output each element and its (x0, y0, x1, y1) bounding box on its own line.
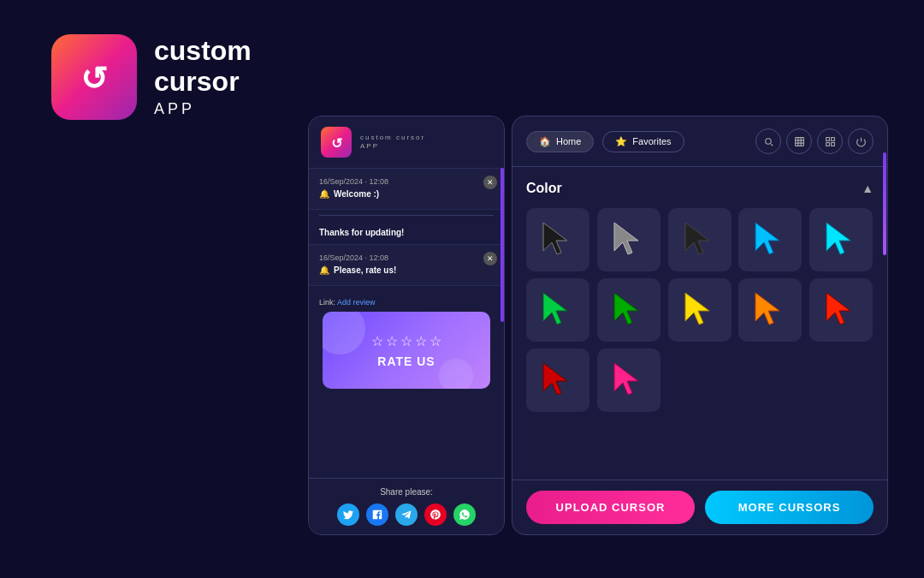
power-tool-btn[interactable] (848, 128, 874, 154)
notif1-bell: 🔔 (319, 189, 329, 199)
notif2-close[interactable]: ✕ (483, 252, 497, 265)
section-header: Color ▲ (526, 181, 874, 196)
svg-rect-8 (826, 137, 829, 140)
divider1 (319, 215, 494, 216)
svg-marker-21 (755, 293, 779, 325)
section-collapse-btn[interactable]: ▲ (862, 182, 874, 195)
twitter-share-icon[interactable] (337, 504, 359, 526)
svg-marker-15 (685, 223, 709, 254)
notif1-title: 🔔 Welcome :) (319, 189, 494, 199)
upload-cursor-button[interactable]: UPLOAD CURSOR (526, 491, 695, 524)
home-nav-btn[interactable]: 🏠 Home (526, 131, 594, 152)
svg-marker-17 (826, 223, 850, 254)
svg-text:↺: ↺ (80, 61, 108, 97)
share-label: Share please: (319, 487, 494, 497)
svg-marker-12 (543, 223, 567, 254)
facebook-share-icon[interactable] (366, 504, 388, 526)
cursor-cell-blue[interactable] (738, 208, 802, 271)
cursor-cell-dark-red[interactable] (526, 349, 589, 412)
notif1-close[interactable]: ✕ (483, 176, 497, 189)
svg-rect-10 (826, 142, 829, 146)
cursor-cell-orange[interactable] (738, 278, 802, 342)
phone-app-name: custom cursor APP (360, 134, 425, 150)
svg-marker-20 (685, 293, 709, 325)
section-title: Color (526, 181, 562, 196)
notification-card-2: 16/Sep/2024 · 12:08 🔔 Please, rate us! ✕ (309, 245, 504, 286)
search-tool-btn[interactable] (755, 128, 781, 154)
cursor-cell-red[interactable] (809, 278, 873, 342)
cursor-cell-dark[interactable] (668, 208, 732, 271)
share-icons (319, 504, 494, 526)
svg-marker-24 (614, 363, 638, 395)
cursor-cell-pink[interactable] (597, 349, 660, 412)
phone-header: ↺ custom cursor APP (309, 116, 504, 169)
svg-text:↺: ↺ (331, 136, 342, 151)
home-icon: 🏠 (539, 136, 551, 147)
svg-marker-14 (614, 223, 638, 254)
notif1-time: 16/Sep/2024 · 12:08 (319, 177, 494, 186)
telegram-share-icon[interactable] (395, 504, 418, 526)
notif2-title: 🔔 Please, rate us! (319, 265, 494, 275)
phone-panel: ↺ custom cursor APP 16/Sep/2024 · 12:08 … (308, 116, 505, 535)
rate-us-label: RATE US (377, 355, 435, 368)
phone-body: 16/Sep/2024 · 12:08 🔔 Welcome :) ✕ Thank… (309, 169, 504, 478)
thanks-text: Thanks for updating! (309, 221, 504, 245)
svg-marker-23 (543, 363, 567, 395)
favorites-nav-btn[interactable]: ⭐ Favorites (602, 131, 684, 152)
notif1-message: Welcome :) (334, 189, 379, 199)
right-panel: 🏠 Home ⭐ Favorites Color ▲ (512, 116, 888, 535)
svg-marker-16 (755, 223, 779, 254)
app-subtitle: APP (154, 100, 252, 118)
app-icon: ↺ (51, 34, 137, 120)
pinterest-share-icon[interactable] (424, 504, 447, 526)
branding-section: ↺ custom cursor APP (51, 34, 252, 120)
svg-marker-19 (614, 293, 638, 325)
svg-marker-22 (826, 293, 850, 325)
app-title-block: custom cursor APP (154, 36, 252, 117)
crop-tool-btn[interactable] (786, 128, 812, 154)
rate-card: Link: Add review ☆ ☆ ☆ ☆ ☆ RATE US (309, 286, 504, 396)
cursor-cell-yellow[interactable] (668, 278, 732, 342)
nav-icon-tools (755, 128, 874, 154)
cursor-grid-section: Color ▲ (512, 167, 887, 480)
notif2-message: Please, rate us! (334, 265, 396, 275)
add-review-link[interactable]: Add review (337, 298, 376, 307)
stars-row: ☆ ☆ ☆ ☆ ☆ (371, 333, 441, 349)
cursor-cell-black[interactable] (526, 208, 589, 271)
whatsapp-share-icon[interactable] (453, 504, 476, 526)
link-text: Link: Add review (319, 298, 494, 307)
svg-marker-18 (543, 293, 567, 325)
more-cursors-button[interactable]: MORE CURSORS (705, 491, 874, 524)
star-icon: ⭐ (615, 136, 627, 147)
svg-rect-3 (795, 137, 803, 146)
cursor-cell-cyan[interactable] (809, 208, 873, 271)
cursor-cell-green-light[interactable] (526, 278, 589, 342)
cursor-grid (526, 208, 874, 412)
share-section: Share please: (309, 478, 504, 534)
cursor-cell-gray[interactable] (597, 208, 660, 271)
grid-tool-btn[interactable] (817, 128, 843, 154)
notif2-time: 16/Sep/2024 · 12:08 (319, 253, 494, 262)
home-label: Home (556, 136, 581, 146)
svg-rect-9 (831, 137, 834, 140)
rate-us-banner[interactable]: ☆ ☆ ☆ ☆ ☆ RATE US (323, 312, 490, 389)
app-title: custom cursor (154, 36, 252, 96)
favorites-label: Favorites (632, 136, 671, 146)
phone-scrollbar[interactable] (500, 168, 504, 322)
right-panel-scrollbar[interactable] (883, 152, 886, 255)
cursor-cell-green-dark[interactable] (597, 278, 660, 342)
notif2-bell: 🔔 (319, 265, 329, 275)
right-header: 🏠 Home ⭐ Favorites (512, 116, 887, 167)
bottom-actions: UPLOAD CURSOR MORE CURSORS (512, 480, 887, 534)
svg-rect-11 (831, 142, 834, 146)
notification-card-1: 16/Sep/2024 · 12:08 🔔 Welcome :) ✕ (309, 169, 504, 210)
phone-app-icon: ↺ (321, 127, 352, 158)
